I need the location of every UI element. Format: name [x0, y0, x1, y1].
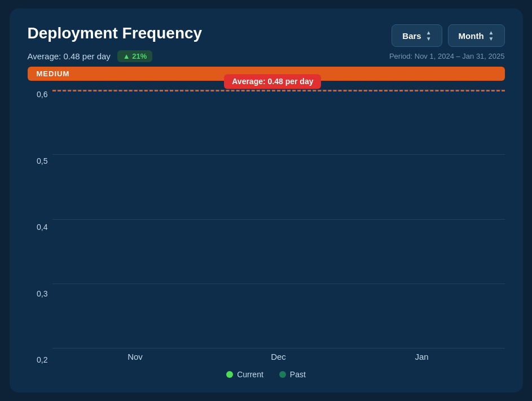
time-period-label: Month	[459, 31, 484, 41]
time-period-button[interactable]: Month ▲▼	[448, 24, 505, 47]
header-row: Deployment Frequency Bars ▲▼ Month ▲▼	[28, 24, 505, 47]
y-axis-label: 0,3	[37, 289, 47, 298]
deployment-frequency-card: Deployment Frequency Bars ▲▼ Month ▲▼ Av…	[10, 8, 523, 393]
chart-type-arrows: ▲▼	[426, 29, 432, 42]
legend-current: Current	[226, 370, 263, 379]
y-axis: 0,60,50,40,30,2	[28, 90, 52, 365]
past-dot	[279, 371, 286, 378]
time-period-arrows: ▲▼	[489, 29, 494, 42]
change-badge: ▲ 21%	[117, 50, 153, 62]
x-labels: NovDecJan	[52, 348, 505, 365]
chart-legend: Current Past	[28, 365, 505, 379]
y-axis-label: 0,4	[37, 223, 47, 232]
legend-past-label: Past	[290, 370, 306, 379]
medium-badge: MEDIUM	[28, 67, 505, 81]
current-dot	[226, 371, 233, 378]
chart-body: NovDecJan Average: 0.48 per day	[52, 90, 505, 365]
page-title: Deployment Frequency	[28, 24, 203, 42]
controls-group: Bars ▲▼ Month ▲▼	[392, 24, 504, 47]
period-text: Period: Nov 1, 2024 – Jan 31, 2025	[389, 52, 505, 60]
chart-type-label: Bars	[402, 31, 421, 41]
chart-inner: 0,60,50,40,30,2 NovDecJan Average: 0.48 …	[28, 90, 505, 365]
subtitle-row: Average: 0.48 per day ▲ 21% Period: Nov …	[28, 50, 505, 62]
y-axis-label: 0,2	[37, 355, 47, 364]
chart-area: 0,60,50,40,30,2 NovDecJan Average: 0.48 …	[28, 90, 505, 379]
x-axis-label: Jan	[386, 348, 458, 365]
chart-type-button[interactable]: Bars ▲▼	[392, 24, 442, 47]
x-axis-label: Dec	[243, 348, 314, 365]
y-axis-label: 0,5	[37, 156, 47, 165]
bars-container	[52, 90, 505, 348]
legend-past: Past	[279, 370, 306, 379]
x-axis-label: Nov	[100, 348, 171, 365]
y-axis-label: 0,6	[37, 90, 47, 99]
legend-current-label: Current	[237, 370, 263, 379]
average-label: Average: 0.48 per day	[28, 51, 111, 61]
